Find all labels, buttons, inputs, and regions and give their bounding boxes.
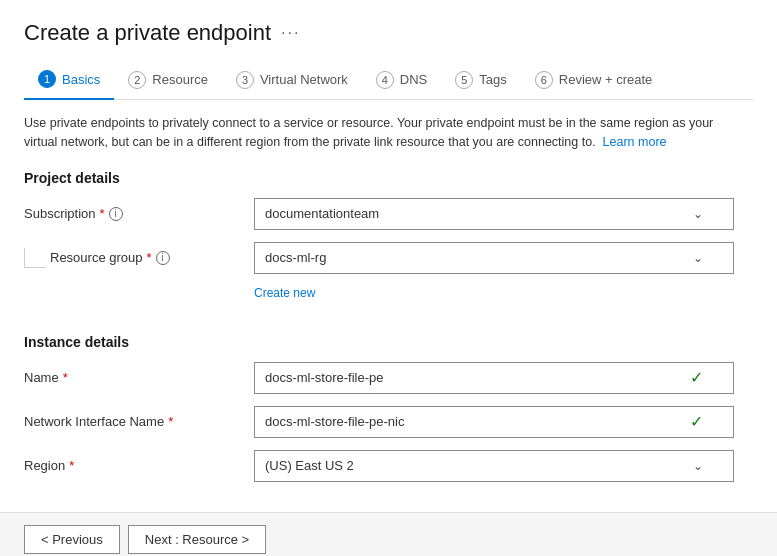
region-dropdown[interactable]: (US) East US 2 ⌄ (254, 450, 734, 482)
tab-label-review-create: Review + create (559, 72, 653, 87)
info-text: Use private endpoints to privately conne… (24, 114, 744, 152)
previous-button[interactable]: < Previous (24, 525, 120, 554)
name-valid-icon: ✓ (690, 368, 703, 387)
network-interface-control: docs-ml-store-file-pe-nic ✓ (254, 406, 734, 438)
subscription-value: documentationteam (265, 206, 379, 221)
tab-label-tags: Tags (479, 72, 506, 87)
region-label: Region * (24, 458, 254, 473)
tab-label-virtual-network: Virtual Network (260, 72, 348, 87)
tab-tags[interactable]: 5 Tags (441, 63, 520, 99)
subscription-label: Subscription * i (24, 206, 254, 221)
network-interface-valid-icon: ✓ (690, 412, 703, 431)
instance-details-section: Instance details Name * docs-ml-store-fi… (24, 334, 753, 494)
resource-group-label: Resource group * i (24, 248, 254, 268)
tab-num-4: 4 (376, 71, 394, 89)
create-new-link[interactable]: Create new (254, 286, 753, 300)
network-interface-input[interactable]: docs-ml-store-file-pe-nic ✓ (254, 406, 734, 438)
wizard-tabs: 1 Basics 2 Resource 3 Virtual Network 4 … (24, 62, 753, 100)
resource-group-chevron-icon: ⌄ (693, 251, 703, 265)
resource-group-value: docs-ml-rg (265, 250, 326, 265)
network-interface-value: docs-ml-store-file-pe-nic (265, 414, 404, 429)
instance-details-header: Instance details (24, 334, 753, 350)
tab-review-create[interactable]: 6 Review + create (521, 63, 667, 99)
name-input[interactable]: docs-ml-store-file-pe ✓ (254, 362, 734, 394)
subscription-required: * (100, 206, 105, 221)
region-required: * (69, 458, 74, 473)
name-value: docs-ml-store-file-pe (265, 370, 383, 385)
tab-resource[interactable]: 2 Resource (114, 63, 222, 99)
tab-label-basics: Basics (62, 72, 100, 87)
next-button[interactable]: Next : Resource > (128, 525, 266, 554)
network-interface-label: Network Interface Name * (24, 414, 254, 429)
network-interface-row: Network Interface Name * docs-ml-store-f… (24, 406, 753, 438)
tab-label-resource: Resource (152, 72, 208, 87)
page-title-ellipsis: ··· (281, 24, 300, 42)
region-value: (US) East US 2 (265, 458, 354, 473)
project-details-section: Project details Subscription * i documen… (24, 170, 753, 316)
resource-group-required: * (147, 250, 152, 265)
subscription-control: documentationteam ⌄ (254, 198, 734, 230)
subscription-chevron-icon: ⌄ (693, 207, 703, 221)
region-row: Region * (US) East US 2 ⌄ (24, 450, 753, 482)
tab-basics[interactable]: 1 Basics (24, 62, 114, 100)
tab-num-5: 5 (455, 71, 473, 89)
name-row: Name * docs-ml-store-file-pe ✓ (24, 362, 753, 394)
name-label: Name * (24, 370, 254, 385)
footer: < Previous Next : Resource > (0, 512, 777, 557)
network-interface-required: * (168, 414, 173, 429)
tab-dns[interactable]: 4 DNS (362, 63, 441, 99)
resource-group-dropdown[interactable]: docs-ml-rg ⌄ (254, 242, 734, 274)
subscription-dropdown[interactable]: documentationteam ⌄ (254, 198, 734, 230)
resource-group-control: docs-ml-rg ⌄ (254, 242, 734, 274)
resource-group-info-icon[interactable]: i (156, 251, 170, 265)
tab-num-3: 3 (236, 71, 254, 89)
region-control: (US) East US 2 ⌄ (254, 450, 734, 482)
tab-label-dns: DNS (400, 72, 427, 87)
name-required: * (63, 370, 68, 385)
tab-num-1: 1 (38, 70, 56, 88)
subscription-row: Subscription * i documentationteam ⌄ (24, 198, 753, 230)
tab-num-6: 6 (535, 71, 553, 89)
tab-num-2: 2 (128, 71, 146, 89)
project-details-header: Project details (24, 170, 753, 186)
name-control: docs-ml-store-file-pe ✓ (254, 362, 734, 394)
page-title: Create a private endpoint (24, 20, 271, 46)
learn-more-link[interactable]: Learn more (603, 135, 667, 149)
tab-virtual-network[interactable]: 3 Virtual Network (222, 63, 362, 99)
subscription-info-icon[interactable]: i (109, 207, 123, 221)
region-chevron-icon: ⌄ (693, 459, 703, 473)
resource-group-row: Resource group * i docs-ml-rg ⌄ (24, 242, 753, 274)
